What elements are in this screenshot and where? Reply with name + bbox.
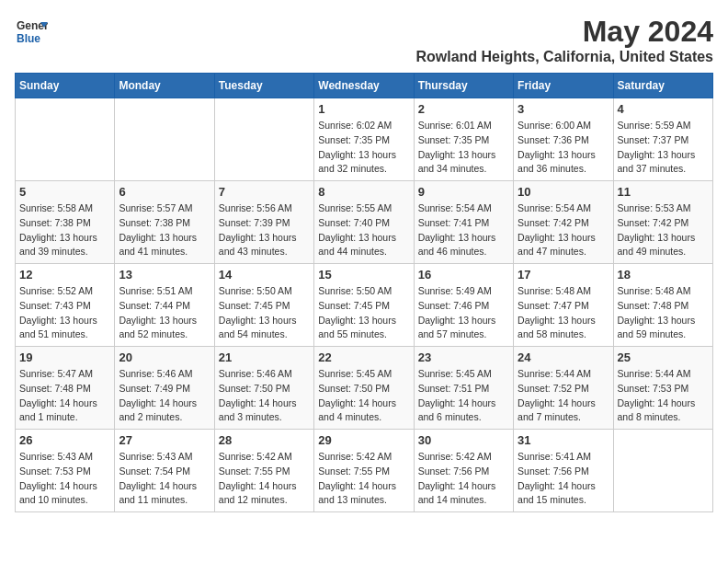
day-number: 26 <box>19 433 110 447</box>
day-number: 13 <box>119 268 210 282</box>
day-info: Sunrise: 5:44 AMSunset: 7:52 PMDaylight:… <box>518 367 609 425</box>
day-number: 31 <box>518 433 609 447</box>
week-row-4: 19Sunrise: 5:47 AMSunset: 7:48 PMDayligh… <box>16 347 713 430</box>
day-number: 8 <box>318 185 409 199</box>
header-row: Sunday Monday Tuesday Wednesday Thursday… <box>16 74 713 98</box>
day-info: Sunrise: 5:43 AMSunset: 7:54 PMDaylight:… <box>119 450 210 508</box>
calendar-cell: 23Sunrise: 5:45 AMSunset: 7:51 PMDayligh… <box>414 347 513 430</box>
day-number: 10 <box>518 185 609 199</box>
calendar-cell: 19Sunrise: 5:47 AMSunset: 7:48 PMDayligh… <box>16 347 115 430</box>
day-info: Sunrise: 5:42 AMSunset: 7:55 PMDaylight:… <box>318 450 409 508</box>
day-number: 24 <box>518 350 609 364</box>
day-info: Sunrise: 5:53 AMSunset: 7:42 PMDaylight:… <box>618 201 709 259</box>
day-number: 9 <box>418 185 509 199</box>
day-info: Sunrise: 5:43 AMSunset: 7:53 PMDaylight:… <box>19 450 110 508</box>
page-header: General Blue May 2024 Rowland Heights, C… <box>15 15 713 65</box>
title-area: May 2024 Rowland Heights, California, Un… <box>415 15 713 65</box>
day-info: Sunrise: 5:55 AMSunset: 7:40 PMDaylight:… <box>318 201 409 259</box>
header-monday: Monday <box>115 74 214 98</box>
calendar-cell: 4Sunrise: 5:59 AMSunset: 7:37 PMDaylight… <box>613 98 712 181</box>
day-info: Sunrise: 5:51 AMSunset: 7:44 PMDaylight:… <box>119 284 210 342</box>
day-info: Sunrise: 5:44 AMSunset: 7:53 PMDaylight:… <box>618 367 709 425</box>
day-info: Sunrise: 5:45 AMSunset: 7:50 PMDaylight:… <box>318 367 409 425</box>
day-number: 17 <box>518 268 609 282</box>
day-number: 2 <box>418 102 509 116</box>
calendar-cell: 1Sunrise: 6:02 AMSunset: 7:35 PMDaylight… <box>314 98 414 181</box>
day-number: 20 <box>119 350 210 364</box>
day-info: Sunrise: 5:48 AMSunset: 7:47 PMDaylight:… <box>518 284 609 342</box>
calendar-cell: 18Sunrise: 5:48 AMSunset: 7:48 PMDayligh… <box>613 264 712 347</box>
day-info: Sunrise: 5:56 AMSunset: 7:39 PMDaylight:… <box>219 201 310 259</box>
day-number: 19 <box>19 350 110 364</box>
calendar-cell: 3Sunrise: 6:00 AMSunset: 7:36 PMDaylight… <box>514 98 613 181</box>
day-number: 25 <box>618 350 709 364</box>
day-number: 30 <box>418 433 509 447</box>
calendar-cell <box>16 98 115 181</box>
calendar-cell: 15Sunrise: 5:50 AMSunset: 7:45 PMDayligh… <box>314 264 414 347</box>
day-number: 22 <box>318 350 409 364</box>
calendar-cell: 2Sunrise: 6:01 AMSunset: 7:35 PMDaylight… <box>414 98 513 181</box>
day-number: 23 <box>418 350 509 364</box>
logo: General Blue <box>15 15 48 52</box>
day-info: Sunrise: 5:41 AMSunset: 7:56 PMDaylight:… <box>518 450 609 508</box>
calendar-cell <box>613 430 712 512</box>
day-info: Sunrise: 5:45 AMSunset: 7:51 PMDaylight:… <box>418 367 509 425</box>
day-info: Sunrise: 5:54 AMSunset: 7:41 PMDaylight:… <box>418 201 509 259</box>
header-sunday: Sunday <box>16 74 115 98</box>
day-number: 6 <box>119 185 210 199</box>
day-number: 29 <box>318 433 409 447</box>
day-number: 18 <box>618 268 709 282</box>
day-number: 7 <box>219 185 310 199</box>
day-info: Sunrise: 5:47 AMSunset: 7:48 PMDaylight:… <box>19 367 110 425</box>
day-info: Sunrise: 5:48 AMSunset: 7:48 PMDaylight:… <box>618 284 709 342</box>
day-info: Sunrise: 5:54 AMSunset: 7:42 PMDaylight:… <box>518 201 609 259</box>
day-number: 5 <box>19 185 110 199</box>
calendar-cell: 24Sunrise: 5:44 AMSunset: 7:52 PMDayligh… <box>514 347 613 430</box>
calendar-cell: 25Sunrise: 5:44 AMSunset: 7:53 PMDayligh… <box>613 347 712 430</box>
day-info: Sunrise: 5:59 AMSunset: 7:37 PMDaylight:… <box>618 119 709 177</box>
calendar-cell <box>214 98 313 181</box>
calendar-cell: 13Sunrise: 5:51 AMSunset: 7:44 PMDayligh… <box>115 264 214 347</box>
day-info: Sunrise: 5:57 AMSunset: 7:38 PMDaylight:… <box>119 201 210 259</box>
calendar-cell: 16Sunrise: 5:49 AMSunset: 7:46 PMDayligh… <box>414 264 513 347</box>
calendar-cell: 21Sunrise: 5:46 AMSunset: 7:50 PMDayligh… <box>214 347 313 430</box>
calendar-cell: 31Sunrise: 5:41 AMSunset: 7:56 PMDayligh… <box>514 430 613 512</box>
day-number: 1 <box>318 102 409 116</box>
calendar-cell: 10Sunrise: 5:54 AMSunset: 7:42 PMDayligh… <box>514 181 613 264</box>
location-title: Rowland Heights, California, United Stat… <box>415 49 713 65</box>
day-number: 21 <box>219 350 310 364</box>
day-info: Sunrise: 5:46 AMSunset: 7:50 PMDaylight:… <box>219 367 310 425</box>
logo-icon: General Blue <box>15 15 48 52</box>
calendar-cell: 22Sunrise: 5:45 AMSunset: 7:50 PMDayligh… <box>314 347 414 430</box>
day-info: Sunrise: 6:01 AMSunset: 7:35 PMDaylight:… <box>418 119 509 177</box>
calendar-cell: 7Sunrise: 5:56 AMSunset: 7:39 PMDaylight… <box>214 181 313 264</box>
svg-text:Blue: Blue <box>17 32 40 45</box>
day-number: 3 <box>518 102 609 116</box>
day-info: Sunrise: 6:02 AMSunset: 7:35 PMDaylight:… <box>318 119 409 177</box>
day-info: Sunrise: 5:42 AMSunset: 7:55 PMDaylight:… <box>219 450 310 508</box>
day-number: 12 <box>19 268 110 282</box>
day-info: Sunrise: 5:58 AMSunset: 7:38 PMDaylight:… <box>19 201 110 259</box>
day-info: Sunrise: 5:46 AMSunset: 7:49 PMDaylight:… <box>119 367 210 425</box>
calendar-cell: 8Sunrise: 5:55 AMSunset: 7:40 PMDaylight… <box>314 181 414 264</box>
header-saturday: Saturday <box>613 74 712 98</box>
calendar-cell: 11Sunrise: 5:53 AMSunset: 7:42 PMDayligh… <box>613 181 712 264</box>
calendar-cell: 20Sunrise: 5:46 AMSunset: 7:49 PMDayligh… <box>115 347 214 430</box>
day-number: 11 <box>618 185 709 199</box>
calendar-cell: 6Sunrise: 5:57 AMSunset: 7:38 PMDaylight… <box>115 181 214 264</box>
day-number: 14 <box>219 268 310 282</box>
week-row-3: 12Sunrise: 5:52 AMSunset: 7:43 PMDayligh… <box>16 264 713 347</box>
calendar-cell: 17Sunrise: 5:48 AMSunset: 7:47 PMDayligh… <box>514 264 613 347</box>
day-info: Sunrise: 5:50 AMSunset: 7:45 PMDaylight:… <box>219 284 310 342</box>
calendar-cell: 27Sunrise: 5:43 AMSunset: 7:54 PMDayligh… <box>115 430 214 512</box>
week-row-5: 26Sunrise: 5:43 AMSunset: 7:53 PMDayligh… <box>16 430 713 512</box>
calendar-cell: 28Sunrise: 5:42 AMSunset: 7:55 PMDayligh… <box>214 430 313 512</box>
day-number: 28 <box>219 433 310 447</box>
calendar-cell: 30Sunrise: 5:42 AMSunset: 7:56 PMDayligh… <box>414 430 513 512</box>
calendar-cell: 12Sunrise: 5:52 AMSunset: 7:43 PMDayligh… <box>16 264 115 347</box>
day-info: Sunrise: 5:50 AMSunset: 7:45 PMDaylight:… <box>318 284 409 342</box>
day-info: Sunrise: 5:49 AMSunset: 7:46 PMDaylight:… <box>418 284 509 342</box>
header-tuesday: Tuesday <box>214 74 313 98</box>
header-friday: Friday <box>514 74 613 98</box>
day-number: 27 <box>119 433 210 447</box>
